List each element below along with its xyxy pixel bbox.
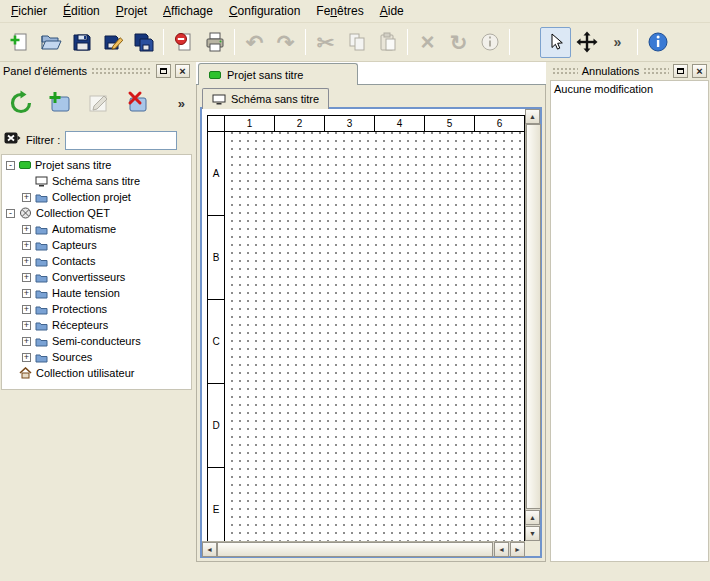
scroll-left-button[interactable]: ◄ (494, 542, 509, 557)
close-project-button[interactable] (168, 27, 199, 58)
undo-history-list[interactable]: Aucune modification (550, 80, 709, 562)
menu-projet[interactable]: Projet (108, 1, 155, 21)
schema-canvas[interactable]: 1 2 3 4 5 6 A B C D E (202, 109, 525, 541)
folder-icon (35, 192, 48, 203)
edit-element-button[interactable] (83, 87, 115, 119)
float-panel-button[interactable] (673, 64, 688, 78)
object-info-button[interactable] (474, 27, 505, 58)
tree-item-capteurs[interactable]: + Capteurs (2, 237, 191, 253)
tree-item-label: Semi-conducteurs (52, 335, 141, 347)
tree-item-schema[interactable]: Schéma sans titre (2, 173, 191, 189)
project-tab[interactable]: Projet sans titre (198, 63, 358, 85)
expander[interactable]: - (6, 161, 15, 170)
menu-edition[interactable]: Édition (55, 1, 108, 21)
delete-element-button[interactable] (122, 87, 154, 119)
expander[interactable]: + (22, 225, 31, 234)
schema-tab[interactable]: Schéma sans titre (202, 88, 329, 109)
close-panel-button[interactable]: × (175, 64, 190, 78)
expander[interactable]: + (22, 321, 31, 330)
new-project-button[interactable] (4, 27, 35, 58)
expander[interactable]: + (22, 273, 31, 282)
schema-tab-label: Schéma sans titre (231, 93, 319, 105)
expander[interactable]: + (22, 241, 31, 250)
menu-affichage[interactable]: Affichage (155, 1, 221, 21)
tree-item-collection-utilisateur[interactable]: Collection utilisateur (2, 365, 191, 381)
schema-grid[interactable] (225, 132, 525, 541)
horizontal-scrollbar[interactable]: ◄ ◄ ► (202, 541, 525, 556)
save-button[interactable] (66, 27, 97, 58)
menu-fenetres[interactable]: Fenêtres (308, 1, 371, 21)
cut-button[interactable]: ✂ (310, 27, 341, 58)
menu-label: rojet (124, 4, 147, 18)
close-panel-button[interactable]: × (692, 64, 707, 78)
toolbar-overflow-button[interactable]: » (602, 27, 633, 58)
save-as-button[interactable] (97, 27, 128, 58)
vertical-scrollbar[interactable]: ▲ ▲ ▼ (525, 109, 540, 541)
arrow-right-icon: ► (514, 546, 521, 553)
expander[interactable]: + (22, 353, 31, 362)
new-element-button[interactable] (44, 87, 76, 119)
tree-item-protections[interactable]: + Protections (2, 301, 191, 317)
filter-label: Filtrer : (26, 134, 60, 146)
scroll-right-button[interactable]: ► (510, 542, 525, 557)
tree-item-haute-tension[interactable]: + Haute tension (2, 285, 191, 301)
tree-item-recepteurs[interactable]: + Récepteurs (2, 317, 191, 333)
vertical-scroll-thumb[interactable] (526, 124, 541, 509)
expander[interactable]: + (22, 337, 31, 346)
project-icon (19, 161, 31, 169)
chevron-double-right-icon: » (178, 96, 185, 111)
copy-button[interactable] (341, 27, 372, 58)
menu-label: Fe (316, 4, 330, 18)
expander[interactable]: + (22, 305, 31, 314)
menu-configuration[interactable]: Configuration (221, 1, 308, 21)
scroll-up-button[interactable]: ▲ (525, 109, 540, 124)
move-mode-button[interactable] (571, 27, 602, 58)
tree-item-label: Contacts (52, 255, 95, 267)
tree-item-collection-projet[interactable]: + Collection projet (2, 189, 191, 205)
tree-item-label: Convertisseurs (52, 271, 125, 283)
paste-button[interactable] (372, 27, 403, 58)
dock-grip[interactable] (552, 67, 578, 76)
scroll-left-button[interactable]: ◄ (202, 542, 217, 557)
print-button[interactable] (199, 27, 230, 58)
copy-icon (346, 31, 368, 53)
tree-item-project[interactable]: - Projet sans titre (2, 157, 191, 173)
tree-item-sources[interactable]: + Sources (2, 349, 191, 365)
expander[interactable]: + (22, 193, 31, 202)
panel-overflow-button[interactable]: » (178, 96, 188, 111)
print-icon (204, 31, 226, 53)
open-project-button[interactable] (35, 27, 66, 58)
clear-filter-button[interactable] (4, 130, 21, 150)
scroll-down-button[interactable]: ▼ (525, 526, 540, 541)
menu-fichier[interactable]: Fichier (3, 1, 55, 21)
select-mode-button[interactable] (540, 27, 571, 58)
menu-aide[interactable]: Aide (372, 1, 412, 21)
dock-grip[interactable] (643, 67, 669, 76)
tree-item-collection-qet[interactable]: - Collection QET (2, 205, 191, 221)
workspace: Projet sans titre Schéma sans titre 1 2 … (196, 62, 546, 562)
float-panel-button[interactable] (156, 64, 171, 78)
scroll-up-button[interactable]: ▲ (525, 510, 540, 525)
tree-item-automatisme[interactable]: + Automatisme (2, 221, 191, 237)
expander[interactable]: + (22, 257, 31, 266)
filter-input[interactable] (65, 131, 177, 150)
horizontal-scroll-thumb[interactable] (217, 542, 493, 557)
save-all-button[interactable] (128, 27, 159, 58)
schema-page: 1 2 3 4 5 6 A B C D E (207, 115, 525, 541)
undo-button[interactable]: ↶ (239, 27, 270, 58)
rotate-icon: ↻ (450, 32, 468, 53)
dock-grip[interactable] (91, 67, 152, 76)
tree-item-semi-conducteurs[interactable]: + Semi-conducteurs (2, 333, 191, 349)
tree-item-contacts[interactable]: + Contacts (2, 253, 191, 269)
expander[interactable]: - (6, 209, 15, 218)
expander[interactable]: + (22, 289, 31, 298)
delete-button[interactable]: × (412, 27, 443, 58)
tree-item-convertisseurs[interactable]: + Convertisseurs (2, 269, 191, 285)
delete-icon: × (420, 30, 434, 54)
tree-item-label: Protections (52, 303, 107, 315)
about-button[interactable] (642, 27, 673, 58)
rotate-button[interactable]: ↻ (443, 27, 474, 58)
ruler-column: 6 (475, 116, 525, 132)
reload-collections-button[interactable] (5, 87, 37, 119)
redo-button[interactable]: ↷ (270, 27, 301, 58)
